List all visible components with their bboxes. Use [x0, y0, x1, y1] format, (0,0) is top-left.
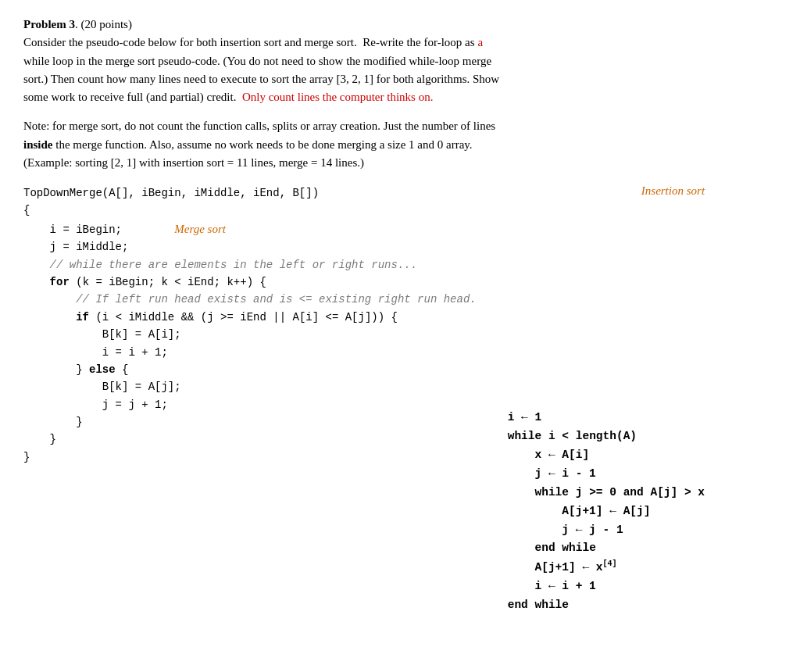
merge-for-line: for (k = iBegin; k < iEnd; k++) {: [23, 276, 266, 288]
problem-title-line: Problem 3. (20 points): [23, 16, 777, 34]
merge-close-brace: }: [23, 451, 30, 463]
superscript-4: [4]: [603, 559, 617, 568]
insertion-sort-wrapper: Insertion sort i ← 1 while i < length(A)…: [492, 184, 705, 615]
insertion-sort-code: i ← 1 while i < length(A) x ← A[i] j ← i…: [508, 409, 705, 615]
merge-label: Merge sort: [174, 223, 226, 235]
ins-line-3: x ← A[i]: [508, 449, 589, 461]
problem-points: . (20 points): [75, 18, 132, 30]
merge-sort-block: TopDownMerge(A[], iBegin, iMiddle, iEnd,…: [23, 184, 477, 466]
ins-line-9: A[j+1] ← x[4]: [508, 561, 617, 574]
problem-container: Problem 3. (20 points) Consider the pseu…: [23, 16, 777, 615]
merge-comment-2: // If left run head exists and is <= exi…: [23, 293, 477, 306]
ins-line-4: j ← i - 1: [508, 467, 596, 480]
problem-desc-2: while loop in the merge sort pseudo-code…: [23, 52, 777, 70]
note-line-1: Note: for merge sort, do not count the f…: [23, 117, 777, 135]
merge-comment: // while there are elements in the left …: [23, 259, 417, 271]
merge-func-sig: TopDownMerge(A[], iBegin, iMiddle, iEnd,…: [23, 187, 319, 199]
inside-bold: inside: [23, 138, 53, 151]
merge-inner-close: }: [23, 416, 83, 428]
problem-desc-3: sort.) Then count how many lines need to…: [23, 70, 777, 88]
merge-open-brace: {: [23, 204, 30, 216]
ins-line-5: while j >= 0 and A[j] > x: [508, 486, 705, 499]
note-line-2-rest: the merge function. Also, assume no work…: [53, 138, 473, 151]
note-section: Note: for merge sort, do not count the f…: [23, 117, 777, 172]
merge-for-close: }: [23, 433, 56, 445]
merge-bk-ai: B[k] = A[i];: [23, 328, 181, 341]
ins-line-7: j ← j - 1: [508, 524, 623, 536]
merge-sort-code: TopDownMerge(A[], iBegin, iMiddle, iEnd,…: [23, 184, 477, 466]
note-line-2: inside the merge function. Also, assume …: [23, 136, 777, 154]
ins-line-11: end while: [508, 599, 569, 611]
problem-title: Problem 3: [23, 18, 75, 30]
merge-i-incr: i = i + 1;: [23, 346, 168, 359]
merge-bk-aj: B[k] = A[j];: [23, 381, 181, 393]
only-count-text: Only count lines the computer thinks on.: [242, 91, 434, 103]
ins-line-6: A[j+1] ← A[j]: [508, 505, 651, 517]
problem-desc-1: Consider the pseudo-code below for both …: [23, 34, 777, 52]
merge-j-incr: j = j + 1;: [23, 399, 168, 411]
note-line-3: (Example: sorting [2, 1] with insertion …: [23, 154, 777, 172]
ins-line-10: i ← i + 1: [508, 580, 596, 592]
ins-line-8: end while: [508, 542, 596, 554]
ins-line-1: i ← 1: [508, 411, 542, 424]
merge-line-j: j = iMiddle;: [23, 241, 128, 253]
merge-line-i: i = iBegin;: [23, 223, 122, 236]
code-area: TopDownMerge(A[], iBegin, iMiddle, iEnd,…: [23, 184, 777, 615]
merge-else: } else {: [23, 363, 128, 376]
red-a: a: [477, 36, 483, 48]
insertion-label: Insertion sort: [641, 184, 705, 198]
insertion-header-row: Insertion sort: [492, 184, 705, 198]
ins-line-2: while i < length(A): [508, 430, 637, 442]
problem-desc-4: some work to receive full (and partial) …: [23, 88, 777, 106]
merge-if-line: if (i < iMiddle && (j >= iEnd || A[i] <=…: [23, 311, 398, 323]
problem-header: Problem 3. (20 points) Consider the pseu…: [23, 16, 777, 106]
